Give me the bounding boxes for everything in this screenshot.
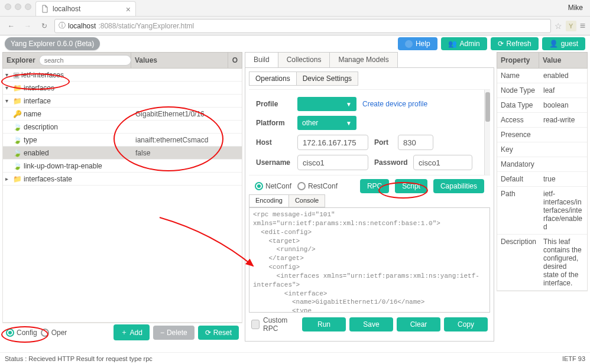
property-header: Property bbox=[497, 52, 539, 69]
close-icon[interactable]: × bbox=[126, 5, 131, 14]
menu-icon[interactable]: ≡ bbox=[580, 21, 585, 31]
users-icon: 👥 bbox=[448, 40, 457, 48]
password-input[interactable] bbox=[413, 155, 472, 170]
tree-row[interactable]: 🍃 description bbox=[3, 121, 242, 134]
property-row: Mandatory bbox=[497, 157, 587, 172]
tree-row[interactable]: 🍃 enabledfalse bbox=[3, 147, 242, 160]
encoding-tab[interactable]: Encoding bbox=[249, 194, 289, 207]
property-row: Node Typeleaf bbox=[497, 83, 587, 98]
refresh-button[interactable]: ⟳Refresh bbox=[491, 37, 539, 50]
chevron-down-icon: ▼ bbox=[346, 120, 352, 126]
plus-icon: ＋ bbox=[121, 327, 128, 337]
port-input[interactable] bbox=[398, 135, 433, 150]
custom-rpc-checkbox[interactable] bbox=[251, 320, 260, 329]
subtab-operations[interactable]: Operations bbox=[249, 72, 297, 86]
rpc-button[interactable]: RPC bbox=[360, 179, 389, 193]
reload-icon[interactable]: ↻ bbox=[38, 20, 51, 32]
explorer-header: Explorer bbox=[7, 56, 35, 64]
extension-icon[interactable]: Y bbox=[566, 21, 576, 31]
config-radio[interactable]: Config bbox=[6, 329, 37, 337]
copy-button[interactable]: Copy bbox=[444, 317, 488, 332]
capabilities-button[interactable]: Capabilities bbox=[433, 179, 484, 193]
tab-manage-models[interactable]: Manage Models bbox=[329, 52, 397, 67]
port-label: Port bbox=[374, 138, 392, 147]
run-button[interactable]: Run bbox=[302, 317, 346, 332]
tab-build[interactable]: Build bbox=[245, 52, 278, 67]
create-profile-link[interactable]: Create device profile bbox=[362, 100, 427, 108]
add-button[interactable]: ＋Add bbox=[114, 324, 150, 340]
username-input[interactable] bbox=[297, 155, 368, 170]
tree-row[interactable]: ▸📁 interfaces-state bbox=[3, 173, 242, 186]
property-row: Presence bbox=[497, 128, 587, 142]
refresh-icon: ⟳ bbox=[498, 40, 504, 48]
browser-tab[interactable]: localhost × bbox=[35, 1, 136, 16]
property-row: Defaulttrue bbox=[497, 172, 587, 187]
tree-row[interactable]: ▾📁 interfaces bbox=[3, 82, 242, 95]
tree-row[interactable]: 🍃 link-up-down-trap-enable bbox=[3, 160, 242, 173]
property-row: Nameenabled bbox=[497, 69, 587, 83]
host-label: Host bbox=[256, 138, 291, 147]
console-output[interactable]: <rpc message-id="101" xmlns="urn:ietf:pa… bbox=[249, 207, 490, 313]
app-title-badge: Yang Explorer 0.6.0 (Beta) bbox=[5, 37, 100, 50]
scrollbar[interactable] bbox=[484, 90, 490, 175]
search-input[interactable] bbox=[39, 55, 131, 66]
custom-rpc-label: Custom RPC bbox=[263, 316, 299, 333]
values-header: Values bbox=[131, 52, 228, 69]
username-label: Username bbox=[256, 158, 291, 167]
explorer-tree: ▾▣ ietf-interfaces▾📁 interfaces▾📁 interf… bbox=[2, 69, 242, 323]
help-button[interactable]: Help bbox=[398, 37, 437, 50]
info-icon: ⓘ bbox=[59, 21, 66, 31]
document-icon bbox=[41, 5, 49, 13]
url-path: :8088/static/YangExplorer.html bbox=[98, 22, 194, 30]
property-row: DescriptionThis leaf contains the config… bbox=[497, 235, 587, 291]
restconf-radio[interactable]: RestConf bbox=[297, 182, 338, 190]
tree-row[interactable]: ▾📁 interface bbox=[3, 95, 242, 108]
bookmark-icon[interactable]: ☆ bbox=[555, 21, 562, 31]
url-host: localhost bbox=[68, 22, 96, 30]
user-icon: 👤 bbox=[549, 40, 558, 48]
property-row: Pathietf-interfaces/interfaces/interface… bbox=[497, 187, 587, 235]
minus-icon: − bbox=[160, 329, 164, 337]
browser-user: Mike bbox=[568, 4, 583, 12]
script-button[interactable]: Script bbox=[395, 179, 427, 193]
clear-button[interactable]: Clear bbox=[397, 317, 440, 332]
op-header: O bbox=[228, 52, 242, 69]
property-row: Data Typeboolean bbox=[497, 98, 587, 113]
tab-title: localhost bbox=[53, 5, 80, 13]
property-row: Key bbox=[497, 142, 587, 157]
chevron-down-icon: ▼ bbox=[346, 101, 352, 108]
status-text: Status : Recieved HTTP Result for reques… bbox=[5, 355, 153, 362]
rpc-xml: <rpc message-id="101" xmlns="urn:ietf:pa… bbox=[249, 208, 489, 313]
profile-dropdown[interactable]: ▼ bbox=[297, 97, 356, 111]
console-tab[interactable]: Console bbox=[288, 194, 325, 207]
host-input[interactable] bbox=[297, 135, 368, 150]
status-right: IETF 93 bbox=[562, 355, 585, 362]
tree-row[interactable]: 🍃 typeianaift:ethernetCsmacd bbox=[3, 134, 242, 147]
subtab-device-settings[interactable]: Device Settings bbox=[296, 72, 358, 86]
tab-collections[interactable]: Collections bbox=[278, 52, 330, 67]
reset-icon: ⟳ bbox=[205, 329, 211, 337]
tree-row[interactable]: ▾▣ ietf-interfaces bbox=[3, 69, 242, 82]
oper-radio[interactable]: Oper bbox=[41, 329, 67, 337]
forward-icon: → bbox=[21, 20, 34, 32]
admin-button[interactable]: 👥Admin bbox=[441, 37, 487, 50]
back-icon[interactable]: ← bbox=[5, 20, 18, 32]
property-table: NameenabledNode TypeleafData Typeboolean… bbox=[497, 69, 588, 291]
password-label: Password bbox=[374, 158, 407, 167]
delete-button[interactable]: −Delete bbox=[153, 326, 194, 340]
save-button[interactable]: Save bbox=[349, 317, 393, 332]
url-input[interactable]: ⓘ localhost:8088/static/YangExplorer.htm… bbox=[54, 19, 551, 33]
profile-label: Profile bbox=[256, 100, 291, 108]
platform-dropdown[interactable]: other▼ bbox=[297, 116, 356, 130]
netconf-radio[interactable]: NetConf bbox=[255, 182, 291, 190]
guest-button[interactable]: 👤guest bbox=[542, 37, 585, 50]
property-row: Accessread-write bbox=[497, 113, 587, 128]
platform-label: Platform bbox=[256, 119, 291, 127]
tree-row[interactable]: 🔑 nameGigabitEthernet1/0/16 bbox=[3, 108, 242, 121]
reset-button[interactable]: ⟳Reset bbox=[198, 326, 239, 340]
value-header: Value bbox=[539, 52, 588, 69]
